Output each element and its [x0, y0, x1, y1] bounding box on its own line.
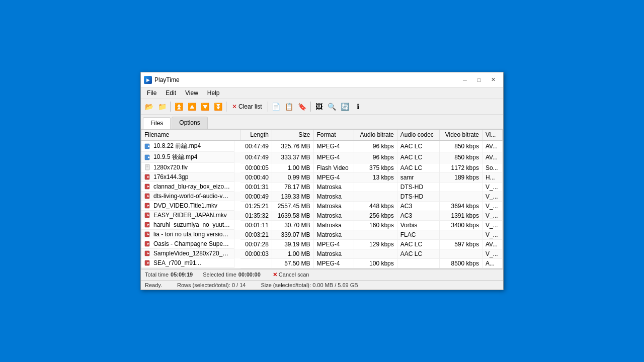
cell-size: 30.70 MB [272, 220, 313, 230]
cell-video-bitrate: 850 kbps [439, 140, 482, 152]
file-table-container[interactable]: Filename Length Size Format Audio bitrat… [141, 130, 503, 268]
col-audio-codec[interactable]: Audio codec [397, 130, 439, 140]
cell-filename: 644x362.flv [141, 163, 234, 172]
cell-length: 00:00:03 [240, 249, 272, 258]
menu-help[interactable]: Help [203, 88, 224, 98]
cell-audio-codec: Vorbis [397, 220, 439, 230]
cell-extra: AV... [482, 140, 502, 152]
filename-text: SEA_r700_m91... [153, 259, 201, 266]
col-length[interactable]: Length [240, 130, 272, 140]
cell-audio-codec: DTS-HD [397, 192, 439, 201]
tab-files[interactable]: Files [143, 117, 171, 129]
cell-video-bitrate: 850 kbps [439, 152, 482, 163]
table-row[interactable]: 176x144.3gp00:00:400.99 MBMPEG-413 kbpss… [141, 172, 503, 182]
view-button[interactable]: 🖼 [313, 101, 325, 113]
cell-video-bitrate: 8500 kbps [439, 258, 482, 268]
cell-extra: V_... [482, 249, 502, 258]
col-extra[interactable]: Vi... [482, 130, 502, 140]
clear-list-icon: ✕ [232, 103, 237, 110]
filename-text: Oasis - Champagne Supernov... [153, 240, 231, 247]
cell-audio-bitrate: 100 kbps [354, 258, 397, 268]
cell-filename: DVD_VIDEO.Title1.mkv [141, 201, 234, 211]
cell-format: Matroska [313, 230, 354, 239]
cell-audio-bitrate [354, 230, 397, 239]
scan-button[interactable]: 🔍 [326, 101, 338, 113]
content-area: Filename Length Size Format Audio bitrat… [141, 129, 503, 269]
file-type-icon [144, 231, 151, 238]
clear-list-button[interactable]: ✕ Clear list [228, 101, 266, 113]
cell-extra: V_... [482, 230, 502, 239]
bookmark-button[interactable]: 🔖 [296, 101, 308, 113]
cell-format: MPEG-4 [313, 239, 354, 249]
move-down-button[interactable]: 🔽 [199, 101, 211, 113]
table-row[interactable]: SampleVideo_1280x720_1mb.m...00:00:031.0… [141, 249, 503, 258]
menu-edit[interactable]: Edit [162, 88, 180, 98]
menu-view[interactable]: View [181, 88, 202, 98]
move-up-button[interactable]: 🔼 [186, 101, 198, 113]
toolbar-sep-1 [170, 102, 171, 112]
tab-options[interactable]: Options [172, 117, 207, 129]
table-row[interactable]: 10.8.22 前編.mp400:47:49325.76 MBMPEG-496 … [141, 140, 503, 152]
col-format[interactable]: Format [313, 130, 354, 140]
menu-file[interactable]: File [143, 88, 160, 98]
cell-audio-bitrate: 13 kbps [354, 172, 397, 182]
open-button[interactable]: 📂 [143, 101, 155, 113]
info-button[interactable]: ℹ [352, 101, 364, 113]
status-bar: Total time 05:09:19 Selected time 00:00:… [141, 269, 503, 280]
cell-extra: V_... [482, 182, 502, 192]
table-row[interactable]: lia - tori no uta long version.m...00:03… [141, 230, 503, 239]
cell-filename: dts-living-world-of-audio-v1-... [141, 192, 234, 201]
cell-filename: SEA_r700_m91... [141, 258, 234, 268]
minimize-button[interactable]: ─ [458, 74, 472, 85]
cell-filename: haruhi_suzumiya_no_yuutsu_har... [141, 220, 234, 230]
total-time-label: Total time [145, 272, 169, 278]
cell-audio-bitrate [354, 192, 397, 201]
cell-extra: V_... [482, 201, 502, 211]
file-type-icon [144, 164, 151, 171]
open2-button[interactable]: 📁 [156, 101, 168, 113]
cell-filename: 10.8.22 前編.mp4 [141, 141, 234, 152]
cell-length: 00:00:40 [240, 172, 272, 182]
cell-format: MPEG-4 [313, 152, 354, 163]
cell-length: 00:07:28 [240, 239, 272, 249]
cell-audio-bitrate: 256 kbps [354, 211, 397, 220]
cell-size: 325.76 MB [272, 140, 313, 152]
table-row[interactable]: EASY_RIDER_JAPAN.mkv01:35:321639.58 MBMa… [141, 211, 503, 220]
move-top-button[interactable]: ⏫ [173, 101, 185, 113]
move-bottom-button[interactable]: ⏬ [212, 101, 224, 113]
col-size[interactable]: Size [272, 130, 313, 140]
cell-format: Matroska [313, 201, 354, 211]
size-value: 0.00 MB / 5.69 GB [312, 282, 358, 288]
cell-format: MPEG-4 [313, 258, 354, 268]
export-button[interactable]: 📄 [270, 101, 282, 113]
cell-audio-bitrate [354, 249, 397, 258]
cancel-scan-button[interactable]: ✕ Cancel scan [271, 272, 311, 278]
cell-video-bitrate: 1172 kbps [439, 163, 482, 172]
col-video-bitrate[interactable]: Video bitrate [439, 130, 482, 140]
table-row[interactable]: haruhi_suzumiya_no_yuutsu_har...00:01:11… [141, 220, 503, 230]
cell-video-bitrate: 3400 kbps [439, 220, 482, 230]
table-row[interactable]: dts-living-world-of-audio-v1-...00:00:49… [141, 192, 503, 201]
clear-list-label: Clear list [238, 103, 262, 110]
cell-size: 1639.58 MB [272, 211, 313, 220]
table-row[interactable]: DVD_VIDEO.Title1.mkv01:25:212557.45 MBMa… [141, 201, 503, 211]
table-row[interactable]: 10.9.5 後編.mp400:47:49333.37 MBMPEG-496 k… [141, 152, 503, 163]
export2-button[interactable]: 📋 [283, 101, 295, 113]
maximize-button[interactable]: □ [472, 74, 486, 85]
cell-audio-bitrate: 448 kbps [354, 201, 397, 211]
size-label: Size (selected/total): [261, 282, 311, 288]
table-row[interactable]: 644x362.flv00:00:051.00 MBFlash Video37… [141, 163, 503, 172]
cell-audio-codec: FLAC [397, 230, 439, 239]
table-row[interactable]: clannad_blu-ray_box_eizou_tok...00:01:31… [141, 182, 503, 192]
cell-audio-codec: AAC LC [397, 239, 439, 249]
toolbar-sep-2 [226, 102, 226, 112]
table-row[interactable]: Oasis - Champagne Supernov...00:07:2839.… [141, 239, 503, 249]
cell-filename: lia - tori no uta long version.m... [141, 230, 234, 239]
col-filename[interactable]: Filename [141, 130, 240, 140]
close-button[interactable]: ✕ [486, 74, 500, 85]
table-row[interactable]: SEA_r700_m91...57.50 MBMPEG-4100 kbps850… [141, 258, 503, 268]
refresh-button[interactable]: 🔄 [339, 101, 351, 113]
file-type-icon [144, 250, 151, 257]
col-audio-bitrate[interactable]: Audio bitrate [354, 130, 397, 140]
cell-audio-codec: AAC LC [397, 140, 439, 152]
